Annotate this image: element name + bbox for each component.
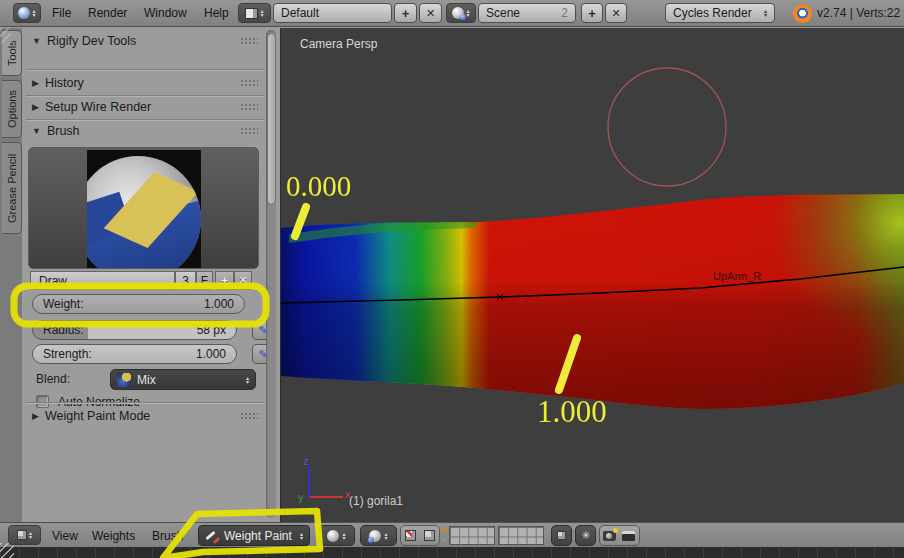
- close-scene-button[interactable]: ✕: [605, 3, 627, 23]
- panel-separator: [26, 402, 264, 403]
- screen-layout-browse-button[interactable]: ▴▾: [238, 3, 271, 23]
- editor-type-info-button[interactable]: ▴▾: [13, 3, 41, 23]
- menu-file[interactable]: File: [52, 6, 71, 20]
- pivot-point-icon: [369, 530, 381, 542]
- panel-title: History: [45, 76, 84, 90]
- panel-title: Brush: [47, 124, 80, 138]
- tab-grease-pencil[interactable]: Grease Pencil: [2, 142, 22, 234]
- chevron-updown-icon: ▴▾: [260, 9, 263, 17]
- panel-setup-wire-render[interactable]: ▶ Setup Wire Render: [22, 97, 262, 117]
- radius-slider[interactable]: Radius: 58 px: [32, 320, 237, 340]
- bone-name-label: UpArm_R: [713, 270, 761, 282]
- vertex-select-mask-button[interactable]: [420, 526, 439, 545]
- panel-grip-icon[interactable]: [240, 79, 258, 87]
- layers-grid-left[interactable]: [449, 526, 495, 545]
- layers-grid-right[interactable]: [498, 526, 544, 545]
- scene-icon: [452, 7, 464, 19]
- face-select-mask-button[interactable]: [401, 526, 420, 545]
- brush-user-count[interactable]: 3: [175, 271, 196, 290]
- viewport-shading-dropdown[interactable]: ▴▾: [318, 525, 355, 546]
- panel-grip-icon[interactable]: [240, 103, 258, 111]
- radius-label: Radius:: [43, 323, 84, 337]
- manipulate-centers-icon: [557, 531, 566, 540]
- add-brush-button[interactable]: +: [215, 271, 234, 290]
- area-corner-handle[interactable]: [0, 28, 11, 43]
- axis-z-label: z: [303, 455, 309, 467]
- snap-starburst-icon: ✳: [581, 529, 590, 542]
- viewport-3d[interactable]: UpArm_R Camera Persp (1) gorila1 x z y: [281, 28, 904, 522]
- top-header: ▴▾ File Render Window Help ▴▾ Default + …: [0, 0, 904, 27]
- weight-paint-mesh: UpArm_R: [281, 28, 904, 522]
- fake-user-label: F: [201, 274, 208, 288]
- strength-slider[interactable]: Strength: 1.000: [32, 344, 237, 364]
- fake-user-button[interactable]: F: [196, 271, 213, 290]
- panel-separator: [26, 119, 264, 120]
- close-icon: ✕: [238, 274, 247, 287]
- menu-weights[interactable]: Weights: [92, 529, 135, 543]
- brush-cursor-circle: [608, 68, 726, 186]
- tool-shelf: ▼ Rigify Dev Tools ▶ History ▶ Setup Wir…: [22, 28, 281, 522]
- panel-grip-icon[interactable]: [240, 127, 258, 135]
- opengl-render-anim-button[interactable]: [619, 526, 638, 545]
- radius-value: 58 px: [197, 323, 226, 337]
- lock-to-scene-button[interactable]: [551, 525, 572, 546]
- shelf-scrollbar-track[interactable]: [266, 30, 276, 518]
- chevron-updown-icon: ▴▾: [342, 532, 345, 540]
- menu-render[interactable]: Render: [88, 6, 127, 20]
- menu-view[interactable]: View: [52, 529, 78, 543]
- screen-layout-icon: [245, 8, 258, 19]
- info-icon: [18, 7, 30, 19]
- menu-window[interactable]: Window: [144, 6, 187, 20]
- brush-users-value: 3: [182, 274, 189, 288]
- shading-sphere-icon: [327, 530, 339, 542]
- strength-label: Strength:: [43, 347, 92, 361]
- weight-paint-mode-icon: [205, 529, 219, 543]
- version-stats: v2.74 | Verts:22: [817, 6, 900, 20]
- area-corner-handle[interactable]: [0, 543, 14, 558]
- panel-expand-icon: ▼: [32, 126, 41, 136]
- blend-mode-icon: [117, 373, 131, 387]
- weight-label: Weight:: [43, 297, 83, 311]
- brush-preview[interactable]: [28, 147, 259, 269]
- render-engine-dropdown[interactable]: Cycles Render ▴▾: [665, 3, 775, 23]
- menu-help[interactable]: Help: [204, 6, 229, 20]
- opengl-render-image-button[interactable]: [600, 526, 619, 545]
- plus-icon: +: [221, 274, 228, 288]
- pivot-center-dropdown[interactable]: ▴▾: [360, 525, 397, 546]
- camera-icon: [603, 531, 616, 541]
- blend-dropdown[interactable]: Mix ▴▾: [110, 369, 256, 390]
- snap-button[interactable]: ✳: [575, 525, 596, 546]
- menu-brush[interactable]: Brush: [152, 529, 183, 543]
- panel-rigify-dev-tools[interactable]: ▼ Rigify Dev Tools: [22, 31, 262, 51]
- panel-separator: [26, 69, 264, 70]
- panel-grip-icon[interactable]: [240, 412, 258, 420]
- chevron-updown-icon: ▴▾: [32, 9, 35, 17]
- close-icon: ✕: [611, 7, 620, 20]
- panel-expand-icon: ▶: [32, 102, 39, 112]
- chevron-updown-icon: ▴▾: [246, 376, 249, 384]
- timeline-strip[interactable]: [0, 547, 904, 558]
- panel-history[interactable]: ▶ History: [22, 73, 262, 93]
- unlink-brush-button[interactable]: ✕: [234, 271, 252, 290]
- brush-name-field[interactable]: Draw: [30, 271, 175, 290]
- close-layout-button[interactable]: ✕: [419, 3, 442, 23]
- brush-preview-sphere: [87, 156, 201, 268]
- panel-weight-paint-mode[interactable]: ▶ Weight Paint Mode: [22, 406, 262, 426]
- select-mask-group: [400, 525, 440, 546]
- plus-icon: +: [588, 6, 596, 21]
- weight-slider[interactable]: Weight: 1.000: [32, 294, 245, 314]
- panel-brush[interactable]: ▼ Brush: [22, 121, 262, 141]
- add-scene-button[interactable]: +: [581, 3, 603, 23]
- mode-dropdown[interactable]: Weight Paint ▴▾: [198, 525, 310, 546]
- tab-options[interactable]: Options: [2, 80, 22, 138]
- editor-type-button[interactable]: ▴▾: [8, 525, 41, 545]
- render-engine-value: Cycles Render: [673, 6, 752, 20]
- scene-browse-button[interactable]: ▴▾: [446, 3, 476, 23]
- layer-indicator-dot: [442, 537, 447, 542]
- close-icon: ✕: [426, 7, 435, 20]
- panel-grip-icon[interactable]: [240, 37, 258, 45]
- shelf-scrollbar-thumb[interactable]: [267, 33, 276, 205]
- add-layout-button[interactable]: +: [394, 3, 417, 23]
- screen-layout-name-field[interactable]: Default: [273, 3, 392, 23]
- scene-name-field[interactable]: Scene 2: [478, 3, 576, 23]
